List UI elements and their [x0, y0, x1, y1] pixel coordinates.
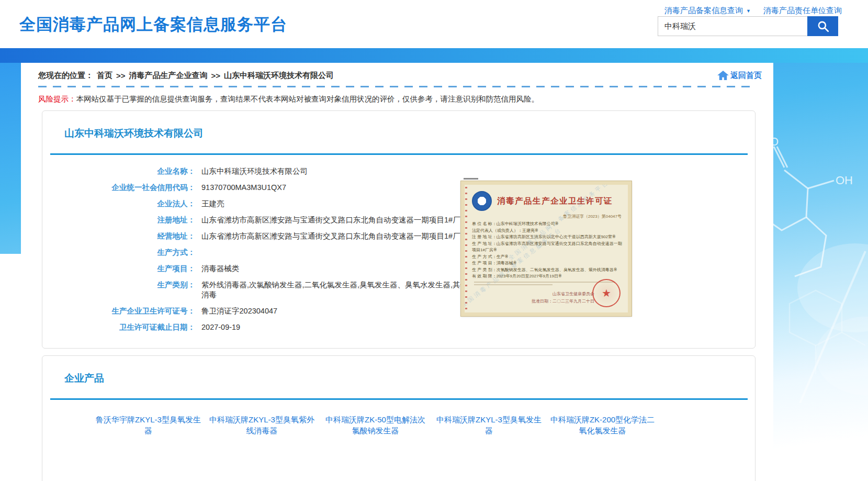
search-box [658, 16, 838, 36]
main-container: 您现在的位置： 首页 >> 消毒产品生产企业查询 >> 山东中科瑞沃环境技术有限… [21, 63, 773, 481]
product-link[interactable]: 中科瑞沃牌ZK-50型电解法次氯酸钠发生器 [322, 414, 429, 436]
breadcrumb: 您现在的位置： 首页 >> 消毒产品生产企业查询 >> 山东中科瑞沃环境技术有限… [21, 63, 773, 81]
certificate-header: 消毒产品生产企业卫生许可证 [472, 191, 624, 211]
certificate-line: 有 效 期 限：2023年9月20日至2027年9月19日※ [472, 273, 624, 280]
field-value: 山东省潍坊市高新区潍安路与宝通街交叉路口东北角自动变速器一期项目1#厂房 [201, 215, 468, 225]
company-field-row: 卫生许可证截止日期：2027-09-19 [49, 322, 755, 332]
product-link[interactable]: 中科瑞沃牌ZKYL-3型臭氧发生器 [435, 414, 543, 436]
certificate-line: 生 产 项 目：消毒器械※ [472, 260, 624, 267]
field-label: 生产类别： [49, 280, 195, 300]
product-list: 鲁沃华宇牌ZKYL-3型臭氧发生器中科瑞沃牌ZKYL-3型臭氧紫外线消毒器中科瑞… [42, 400, 755, 452]
company-field-row: 注册地址：山东省潍坊市高新区潍安路与宝通街交叉路口东北角自动变速器一期项目1#厂… [49, 215, 755, 225]
certificate-line: 生 产 类 别：次氯酸钠发生器、二氧化氯发生器、臭氧发生器、紫外线消毒器※ [472, 267, 624, 274]
field-label: 经营地址： [49, 231, 195, 241]
certificate-red-seal-icon: ★ [592, 279, 621, 307]
field-label: 企业法人： [49, 199, 195, 209]
field-label: 卫生许可证截止日期： [49, 322, 195, 332]
field-value: 紫外线消毒器,次氯酸钠发生器,二氧化氯发生器,臭氧发生器、臭氧水发生器,其他器械… [201, 280, 484, 300]
nav-record-info-query[interactable]: 消毒产品备案信息查询 ▼ [664, 6, 751, 16]
home-icon [717, 71, 729, 81]
field-value: 山东省潍坊市高新区潍安路与宝通街交叉路口东北角自动变速器一期项目1#厂房 [201, 231, 468, 241]
company-field-row: 企业名称：山东中科瑞沃环境技术有限公司 [49, 166, 755, 176]
company-field-row: 企业法人：王建亮 [49, 199, 755, 209]
svg-text:OH: OH [836, 174, 853, 187]
nav-responsible-unit-query-label: 消毒产品责任单位查询 [763, 6, 842, 16]
certificate-lines: 单 位 名 称：山东中科瑞沃环境技术有限公司※法定代表人（或负责人）：王建亮※注… [472, 221, 624, 280]
certificate-approve-date: 批准日期：二〇二三年九月二十日 [532, 298, 594, 304]
chevron-down-icon: ▼ [746, 8, 751, 14]
nav-responsible-unit-query[interactable]: 消毒产品责任单位查询 [763, 6, 842, 16]
hygiene-license-certificate-image: 全国消毒产品网上备案信息服务平台 全国消毒产品网上备案信息服务平台 消毒产品生产… [461, 181, 632, 316]
risk-notice-text: 本网站仅基于已掌握的信息提供查询服务，查询结果不代表本网站对被查询对象信用状况的… [76, 95, 539, 103]
certificate-line: 生 产 方 式：生产※ [472, 254, 624, 261]
search-input[interactable] [658, 16, 807, 36]
breadcrumb-prefix: 您现在的位置： [38, 71, 93, 81]
page: O OH 全国消毒产品网上备案信息服务平台 消毒产品备案信息查询 ▼ 消毒产品责… [0, 0, 868, 481]
certificate-line: 单 位 名 称：山东中科瑞沃环境技术有限公司※ [472, 221, 624, 228]
products-card-title: 企业产品 [42, 356, 755, 385]
mini-dash [464, 178, 478, 180]
company-card-title: 山东中科瑞沃环境技术有限公司 [42, 111, 755, 140]
site-header: 全国消毒产品网上备案信息服务平台 消毒产品备案信息查询 ▼ 消毒产品责任单位查询 [0, 0, 868, 48]
dashed-divider [38, 86, 756, 87]
certificate-title: 消毒产品生产企业卫生许可证 [497, 196, 613, 207]
field-label: 注册地址： [49, 215, 195, 225]
field-value: 山东中科瑞沃环境技术有限公司 [201, 166, 308, 176]
breadcrumb-separator: >> [211, 71, 221, 80]
header-band [0, 48, 868, 63]
search-button[interactable] [807, 16, 838, 36]
certificate-number: 鲁卫消证字（2023）第04047号 [465, 214, 622, 219]
site-title: 全国消毒产品网上备案信息服务平台 [19, 14, 287, 36]
field-label: 生产方式： [49, 248, 195, 258]
field-label: 生产项目： [49, 264, 195, 274]
breadcrumb-enterprise-query[interactable]: 消毒产品生产企业查询 [129, 71, 208, 81]
top-nav: 消毒产品备案信息查询 ▼ 消毒产品责任单位查询 [664, 6, 842, 16]
search-icon [816, 19, 830, 33]
company-field-row: 生产项目：消毒器械类 [49, 264, 755, 274]
breadcrumb-current: 山东中科瑞沃环境技术有限公司 [224, 71, 334, 81]
product-link[interactable]: 鲁沃华宇牌ZKYL-3型臭氧发生器 [95, 414, 202, 436]
field-label: 生产企业卫生许可证号： [49, 306, 195, 316]
field-value: 2027-09-19 [201, 322, 240, 332]
product-link[interactable]: 中科瑞沃牌ZKYL-3型臭氧紫外线消毒器 [208, 414, 315, 436]
company-fields: 企业名称：山东中科瑞沃环境技术有限公司企业统一社会信用代码：91370700MA… [42, 155, 755, 348]
certificate-line: 法定代表人（或负责人）：王建亮※ [472, 228, 624, 234]
company-field-row: 企业统一社会信用代码：91370700MA3M3U1QX7 [49, 183, 755, 193]
risk-notice: 风险提示：本网站仅基于已掌握的信息提供查询服务，查询结果不代表本网站对被查询对象… [38, 94, 756, 104]
product-link[interactable]: 中科瑞沃牌ZK-200型化学法二氧化氯发生器 [549, 414, 656, 436]
field-value: 消毒器械类 [201, 264, 240, 274]
molecule-decoration: O OH [769, 79, 868, 403]
nav-record-info-query-label: 消毒产品备案信息查询 [664, 6, 743, 16]
field-label: 企业名称： [49, 166, 195, 176]
company-field-row: 经营地址：山东省潍坊市高新区潍安路与宝通街交叉路口东北角自动变速器一期项目1#厂… [49, 231, 755, 241]
breadcrumb-separator: >> [116, 71, 126, 80]
company-field-row: 生产类别：紫外线消毒器,次氯酸钠发生器,二氧化氯发生器,臭氧发生器、臭氧水发生器… [49, 280, 755, 300]
certificate-line: 生 产 地 址：山东省潍坊市高新区潍安路与宝通街交叉路口东北角自动变速器一期项目… [472, 241, 624, 254]
breadcrumb-path: 您现在的位置： 首页 >> 消毒产品生产企业查询 >> 山东中科瑞沃环境技术有限… [38, 71, 334, 81]
certificate-issuer: 山东省卫生健康委员会 [553, 291, 594, 297]
field-value: 王建亮 [201, 199, 224, 209]
company-card: 山东中科瑞沃环境技术有限公司 企业名称：山东中科瑞沃环境技术有限公司企业统一社会… [42, 110, 756, 349]
company-field-row: 生产企业卫生许可证号：鲁卫消证字202304047 [49, 306, 755, 316]
certificate-line: 注 册 地 址：山东省潍坊高新区玉清东街以北中心次干道以西高新大厦502室※ [472, 234, 624, 241]
field-value: 91370700MA3M3U1QX7 [201, 183, 286, 193]
breadcrumb-home[interactable]: 首页 [97, 71, 112, 81]
risk-notice-label: 风险提示： [38, 95, 76, 103]
back-home-label: 返回首页 [730, 71, 762, 81]
field-label: 企业统一社会信用代码： [49, 183, 195, 193]
back-home-link[interactable]: 返回首页 [717, 71, 762, 81]
company-field-row: 生产方式： [49, 248, 755, 258]
background-left-cut [0, 254, 21, 481]
field-value: 鲁卫消证字202304047 [201, 306, 277, 316]
products-card: 企业产品 鲁沃华宇牌ZKYL-3型臭氧发生器中科瑞沃牌ZKYL-3型臭氧紫外线消… [42, 355, 756, 481]
certificate-emblem-icon [472, 191, 492, 211]
